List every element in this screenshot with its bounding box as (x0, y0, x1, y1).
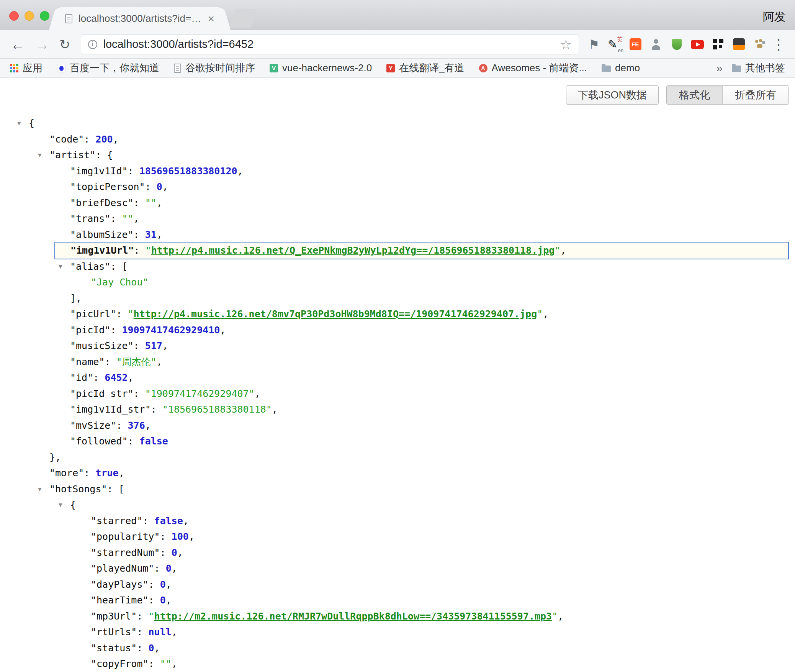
download-json-button[interactable]: 下载JSON数据 (566, 85, 659, 105)
qrcode-icon (713, 39, 723, 49)
json-line: ▼{ (0, 497, 795, 513)
bookmarks-overflow-chevron[interactable]: » (716, 62, 723, 75)
json-token: : (149, 658, 160, 669)
json-token: 200 (95, 134, 113, 145)
json-line: "popularity": 100, (0, 529, 795, 545)
minimize-window-button[interactable] (25, 11, 34, 21)
close-window-button[interactable] (9, 11, 19, 21)
json-url-link[interactable]: http://p4.music.126.net/Q_ExePNkmgB2yWyL… (151, 245, 555, 256)
json-token: , (189, 531, 195, 542)
forward-button[interactable]: → (35, 37, 49, 52)
collapse-toggle-icon[interactable]: ▼ (59, 259, 62, 275)
fullscreen-window-button[interactable] (40, 11, 49, 21)
json-token: : (128, 166, 139, 177)
collapse-toggle-icon[interactable]: ▼ (38, 147, 42, 163)
json-token: : (149, 595, 160, 606)
json-url-link[interactable]: http://m2.music.126.net/RMJR7wDullRqppBk… (154, 611, 552, 622)
collapse-toggle-icon[interactable]: ▼ (38, 481, 42, 497)
json-token: "Jay Chou" (91, 277, 149, 288)
json-line: "status": 0, (0, 640, 795, 656)
bookmark-awesomes[interactable]: A Awesomes - 前端资... (479, 61, 587, 75)
address-bar[interactable]: localhost:3000/artists?id=6452 ☆ (81, 34, 579, 54)
json-token: , (543, 308, 548, 320)
bookmark-demo-folder[interactable]: demo (602, 62, 640, 74)
json-token: , (177, 547, 183, 558)
shield-extension-button[interactable] (669, 36, 685, 53)
json-url-link[interactable]: http://p4.music.126.net/8mv7qP30Pd3oHW8b… (134, 308, 537, 320)
fe-extension-button[interactable]: FE (627, 36, 643, 53)
json-token: : (84, 467, 95, 479)
browser-menu-button[interactable]: ⋮ (771, 37, 786, 52)
format-button[interactable]: 格式化 (667, 86, 722, 104)
tab-favicon-document-icon (65, 14, 72, 23)
json-token: "img1v1Url" (70, 245, 134, 256)
json-token: , (113, 134, 119, 145)
bookmark-baidu[interactable]: 百度一下，你就知道 (57, 61, 159, 75)
reload-button[interactable]: ↻ (59, 38, 70, 51)
json-line: "picId": 19097417462929410, (0, 322, 795, 338)
player-icon (733, 38, 745, 50)
page-content: 下载JSON数据 格式化 折叠所有 ▼{"code": 200,▼"artist… (0, 78, 795, 672)
bookmark-google-sort[interactable]: 谷歌按时间排序 (174, 61, 255, 75)
collapse-toggle-icon[interactable]: ▼ (59, 497, 62, 513)
json-line: "mvSize": 376, (0, 418, 795, 434)
json-token: "19097417462929407" (145, 388, 255, 399)
json-token: "picUrl" (70, 308, 116, 320)
json-token: , (220, 325, 226, 336)
bookmark-youdao-translate[interactable]: Y 在线翻译_有道 (386, 61, 464, 75)
bookmark-label: Awesomes - 前端资... (492, 61, 587, 75)
page-info-icon[interactable] (88, 40, 97, 49)
collapse-toggle-icon[interactable]: ▼ (17, 115, 21, 131)
json-line: "img1v1Id": 18569651883380120, (0, 163, 795, 179)
paw-extension-button[interactable] (751, 36, 767, 53)
json-line: "dayPlays": 0, (0, 577, 795, 593)
tab-close-icon[interactable]: × (208, 12, 214, 25)
translate-pen-icon: ✎ 英 en (608, 37, 622, 52)
json-line: "starred": false, (0, 513, 795, 529)
profile-extension-button[interactable] (648, 36, 664, 53)
json-line: ▼{ (0, 115, 795, 131)
person-icon (650, 38, 662, 51)
flag-extension-button[interactable]: ⚑ (586, 36, 602, 53)
bookmark-apps[interactable]: 应用 (10, 61, 43, 75)
youtube-extension-button[interactable] (689, 36, 705, 53)
json-line: "mp3Url": "http://m2.music.126.net/RMJR7… (0, 608, 795, 624)
json-token: "artist" (49, 149, 95, 161)
qrcode-extension-button[interactable] (710, 36, 726, 53)
document-favicon (174, 64, 181, 73)
json-token: , (154, 642, 160, 654)
json-token: "img1v1Id_str" (70, 404, 151, 415)
json-token: "hearTime" (91, 595, 149, 606)
other-bookmarks-folder[interactable]: 其他书签 (732, 61, 785, 75)
json-token: 0 (166, 563, 172, 574)
bookmark-vue-hackernews[interactable]: V vue-hackernews-2.0 (270, 62, 372, 74)
json-token: : (137, 611, 148, 622)
player-extension-button[interactable] (731, 36, 747, 53)
baidu-favicon (57, 64, 65, 72)
json-token: , (172, 626, 177, 638)
browser-toolbar: ← → ↻ localhost:3000/artists?id=6452 ☆ ⚑… (0, 30, 795, 59)
bookmark-label: 其他书签 (745, 61, 785, 75)
json-token: 0 (157, 181, 162, 192)
json-token: ], (70, 293, 82, 304)
json-token: "周杰伦" (116, 356, 156, 367)
json-token: "mp3Url" (91, 611, 137, 622)
json-token: "albumSize" (70, 229, 134, 240)
profile-name[interactable]: 阿发 (763, 9, 786, 25)
json-token: : (137, 626, 148, 638)
new-tab-button[interactable] (229, 9, 257, 28)
collapse-all-button[interactable]: 折叠所有 (722, 86, 788, 104)
youdao-favicon: Y (386, 64, 395, 72)
bookmark-label: 百度一下，你就知道 (70, 61, 159, 75)
translate-extension-button[interactable]: ✎ 英 en (607, 36, 623, 53)
json-token: }, (49, 452, 61, 463)
browser-tab[interactable]: localhost:3000/artists?id=645 × (57, 7, 222, 30)
json-token: , (183, 515, 189, 526)
bookmark-star-icon[interactable]: ☆ (560, 38, 572, 51)
back-button[interactable]: ← (10, 37, 25, 52)
json-token: "briefDesc" (70, 197, 134, 208)
json-token: "alias" (70, 261, 110, 272)
json-token: 517 (145, 340, 162, 351)
folder-icon (732, 66, 741, 72)
url-text[interactable]: localhost:3000/artists?id=6452 (103, 38, 560, 51)
